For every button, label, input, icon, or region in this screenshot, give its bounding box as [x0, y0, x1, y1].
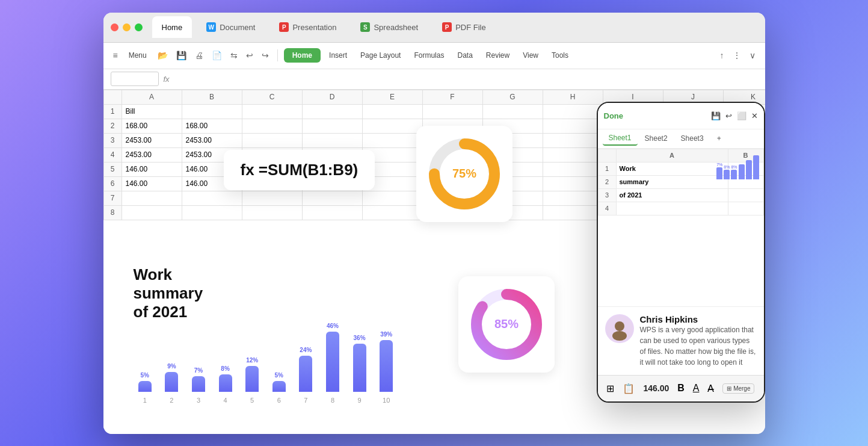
cell[interactable] [302, 205, 362, 220]
col-header-c[interactable]: C [242, 90, 302, 104]
cell[interactable] [242, 162, 302, 176]
cell[interactable] [362, 119, 422, 133]
nav-review[interactable]: Review [481, 49, 514, 62]
cell[interactable] [242, 176, 302, 191]
mobile-close-icon[interactable]: ✕ [751, 111, 758, 120]
mobile-cell-b3[interactable] [728, 188, 763, 202]
cell[interactable] [242, 191, 302, 205]
open-icon[interactable]: 📂 [155, 48, 170, 63]
cell[interactable] [543, 147, 603, 162]
cell[interactable] [362, 104, 422, 119]
mobile-grid-icon[interactable]: ⊞ [606, 383, 614, 394]
cell[interactable] [302, 191, 362, 205]
cell[interactable] [242, 133, 302, 147]
mobile-sheet2[interactable]: Sheet2 [639, 132, 674, 145]
mobile-save-icon[interactable]: 💾 [711, 111, 721, 120]
mobile-sheet3[interactable]: Sheet3 [675, 132, 710, 145]
mobile-strikethrough-icon[interactable]: A̶ [707, 383, 714, 394]
mobile-sheet1[interactable]: Sheet1 [603, 131, 638, 146]
cell[interactable]: 146.00 [122, 176, 182, 191]
cell[interactable] [543, 191, 603, 205]
undo-icon[interactable]: ↩ [244, 48, 256, 63]
cell[interactable] [302, 104, 362, 119]
mobile-add-sheet[interactable]: + [711, 132, 727, 145]
print-icon[interactable]: 🖨 [192, 48, 206, 63]
minimize-button[interactable] [123, 23, 131, 31]
mobile-merge-btn[interactable]: ⊞ Merge [722, 383, 754, 394]
cell[interactable] [482, 176, 543, 191]
cell[interactable] [362, 205, 422, 220]
cell[interactable]: 146.00 [182, 176, 242, 191]
hamburger-icon[interactable]: ≡ [111, 48, 120, 63]
print2-icon[interactable]: 📄 [209, 48, 224, 63]
wrap-icon[interactable]: ⇆ [228, 48, 240, 63]
nav-view[interactable]: View [518, 49, 543, 62]
cell[interactable]: 168.00 [122, 119, 182, 133]
cell[interactable] [482, 104, 543, 119]
mobile-tab-icon[interactable]: ⬜ [737, 111, 746, 120]
cell[interactable] [482, 133, 543, 147]
cell[interactable] [422, 176, 482, 191]
cell[interactable] [242, 147, 302, 162]
nav-tools[interactable]: Tools [547, 49, 573, 62]
mobile-bold-icon[interactable]: B [677, 383, 685, 394]
mobile-cell-a3[interactable]: of 2021 [616, 188, 728, 202]
cell[interactable] [362, 162, 422, 176]
col-header-b[interactable]: B [182, 90, 242, 104]
tab-presentation[interactable]: P Presentation [269, 16, 346, 38]
cell[interactable]: 2453.00 [182, 147, 242, 162]
mobile-cell-a1[interactable]: Work [616, 162, 728, 175]
cell[interactable] [482, 205, 543, 220]
cell[interactable] [422, 162, 482, 176]
mobile-copy-icon[interactable]: 📋 [623, 383, 635, 394]
nav-home[interactable]: Home [284, 48, 321, 63]
cell[interactable] [242, 205, 302, 220]
cell[interactable] [182, 104, 242, 119]
cell[interactable] [182, 191, 242, 205]
col-header-d[interactable]: D [302, 90, 362, 104]
mobile-cell-a2[interactable]: summary [616, 175, 728, 188]
cell[interactable] [242, 104, 302, 119]
cell[interactable] [422, 133, 482, 147]
cell[interactable] [302, 119, 362, 133]
cell[interactable] [182, 205, 242, 220]
col-header-a[interactable]: A [122, 90, 182, 104]
cell[interactable] [362, 191, 422, 205]
cell[interactable]: 2453.00 [182, 133, 242, 147]
cell[interactable]: 146.00 [182, 162, 242, 176]
tab-pdf[interactable]: P PDF File [432, 16, 496, 38]
cell[interactable] [122, 205, 182, 220]
mobile-done-btn[interactable]: Done [604, 111, 624, 120]
cell[interactable] [543, 119, 603, 133]
cell[interactable] [543, 162, 603, 176]
cell[interactable] [482, 119, 543, 133]
mobile-underline-icon[interactable]: A [693, 383, 700, 394]
cell-ref-box[interactable] [111, 72, 159, 86]
cell[interactable] [543, 205, 603, 220]
cell[interactable] [422, 147, 482, 162]
cell[interactable] [242, 119, 302, 133]
col-header-f[interactable]: F [422, 90, 482, 104]
cell[interactable] [362, 176, 422, 191]
cell[interactable] [302, 176, 362, 191]
cell[interactable]: Bill [122, 104, 182, 119]
nav-data[interactable]: Data [452, 49, 477, 62]
nav-page-layout[interactable]: Page Layout [356, 49, 405, 62]
expand-icon[interactable]: ∨ [747, 48, 758, 63]
cell[interactable] [482, 191, 543, 205]
cell[interactable] [543, 104, 603, 119]
share-icon[interactable]: ↑ [718, 48, 727, 63]
tab-spreadsheet[interactable]: S Spreadsheet [351, 16, 428, 38]
nav-insert[interactable]: Insert [324, 49, 352, 62]
mobile-col-a[interactable]: A [616, 149, 728, 162]
col-header-e[interactable]: E [362, 90, 422, 104]
mobile-cell-a4[interactable] [616, 202, 728, 215]
close-button[interactable] [111, 23, 119, 31]
nav-formulas[interactable]: Formulas [409, 49, 449, 62]
cell[interactable] [362, 147, 422, 162]
mobile-undo-icon[interactable]: ↩ [725, 111, 732, 120]
formula-input[interactable] [174, 72, 758, 86]
cell[interactable] [422, 191, 482, 205]
cell[interactable]: 2453.00 [122, 133, 182, 147]
cell[interactable] [543, 176, 603, 191]
